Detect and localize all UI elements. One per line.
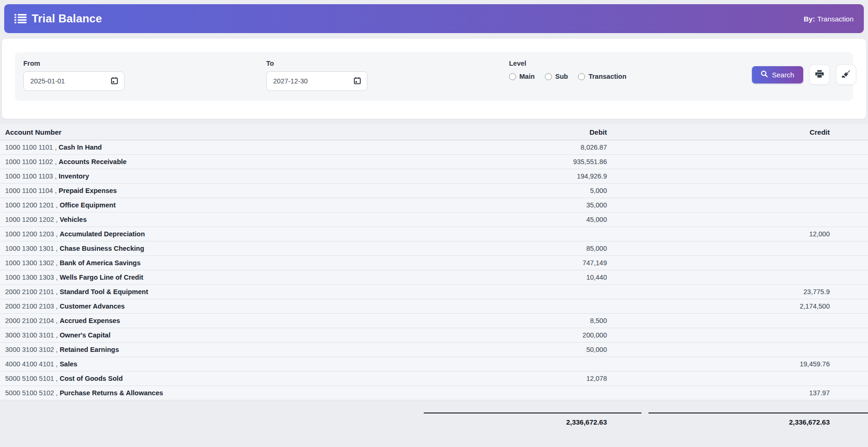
table-row: 1000 1200 1201 , Office Equipment35,000 bbox=[0, 198, 868, 212]
level-group: Level MainSubTransaction bbox=[509, 60, 752, 80]
to-date-group: To 2027-12-30 bbox=[266, 60, 509, 91]
trial-balance-report: Account Number Debit Credit 1000 1100 11… bbox=[0, 124, 868, 426]
account-name: Sales bbox=[60, 360, 77, 368]
account-name: Accrued Expenses bbox=[60, 317, 120, 324]
list-icon bbox=[14, 13, 27, 24]
debit-cell: 200,000 bbox=[424, 328, 641, 342]
debit-cell: 8,500 bbox=[424, 313, 641, 328]
debit-cell: 747,149 bbox=[424, 255, 641, 270]
account-name: Accumulated Depreciation bbox=[60, 230, 145, 238]
account-cell: 4000 4100 4101 , Sales bbox=[0, 357, 424, 371]
total-debit: 2,336,672.63 bbox=[424, 413, 641, 426]
level-radio-transaction[interactable]: Transaction bbox=[578, 73, 626, 80]
level-radio-row: MainSubTransaction bbox=[509, 73, 752, 80]
debit-cell bbox=[424, 385, 641, 400]
account-cell: 1000 1200 1203 , Accumulated Depreciatio… bbox=[0, 227, 424, 241]
report-by-value: Transaction bbox=[817, 15, 854, 23]
account-name: Office Equipment bbox=[60, 201, 116, 209]
debit-cell bbox=[424, 284, 641, 299]
account-name: Retained Earnings bbox=[60, 346, 119, 353]
table-row: 1000 1200 1202 , Vehicles45,000 bbox=[0, 212, 868, 227]
to-date-value: 2027-12-30 bbox=[273, 77, 308, 85]
table-row: 3000 3100 3101 , Owner's Capital200,000 bbox=[0, 328, 868, 342]
totals-row: 2,336,672.63 2,336,672.63 bbox=[0, 413, 868, 426]
calendar-icon[interactable] bbox=[354, 77, 361, 86]
radio-label: Transaction bbox=[588, 73, 626, 80]
account-name: Owner's Capital bbox=[60, 331, 110, 339]
table-body: 1000 1100 1101 , Cash In Hand8,026.87100… bbox=[0, 140, 868, 400]
table-row: 2000 2100 2103 , Customer Advances2,174,… bbox=[0, 299, 868, 313]
account-name: Vehicles bbox=[60, 216, 87, 223]
account-cell: 5000 5100 5102 , Purchase Returns & Allo… bbox=[0, 385, 424, 400]
search-button-label: Search bbox=[772, 71, 794, 79]
printer-icon bbox=[815, 70, 824, 79]
radio-label: Sub bbox=[555, 73, 568, 80]
table-row: 2000 2100 2104 , Accrued Expenses8,500 bbox=[0, 313, 868, 328]
from-label: From bbox=[23, 60, 266, 67]
to-date-input[interactable]: 2027-12-30 bbox=[266, 71, 367, 91]
debit-cell bbox=[424, 357, 641, 371]
debit-cell bbox=[424, 299, 641, 313]
account-cell: 2000 2100 2104 , Accrued Expenses bbox=[0, 313, 424, 328]
table-row: 2000 2100 2101 , Standard Tool & Equipme… bbox=[0, 284, 868, 299]
radio-label: Main bbox=[519, 73, 535, 80]
account-name: Prepaid Expenses bbox=[59, 187, 117, 194]
column-header-account: Account Number bbox=[0, 124, 424, 140]
filter-panel: From 2025-01-01 To 2027-12-30 bbox=[15, 52, 853, 101]
debit-cell: 8,026.87 bbox=[424, 140, 641, 154]
radio-circle[interactable] bbox=[578, 73, 585, 80]
filter-card: From 2025-01-01 To 2027-12-30 bbox=[2, 39, 866, 119]
debit-cell: 10,440 bbox=[424, 270, 641, 284]
table-row: 5000 5100 5102 , Purchase Returns & Allo… bbox=[0, 385, 868, 400]
account-name: Wells Fargo Line of Credit bbox=[60, 274, 143, 281]
account-cell: 1000 1100 1101 , Cash In Hand bbox=[0, 140, 424, 154]
print-button[interactable] bbox=[809, 64, 830, 85]
from-date-group: From 2025-01-01 bbox=[23, 60, 266, 91]
debit-cell: 12,078 bbox=[424, 371, 641, 385]
account-cell: 1000 1300 1302 , Bank of America Savings bbox=[0, 255, 424, 270]
credit-cell bbox=[641, 183, 868, 198]
debit-cell: 5,000 bbox=[424, 183, 641, 198]
credit-cell bbox=[641, 212, 868, 227]
search-button[interactable]: Search bbox=[752, 66, 803, 83]
table-row: 3000 3100 3102 , Retained Earnings50,000 bbox=[0, 342, 868, 357]
account-name: Inventory bbox=[59, 172, 89, 180]
debit-cell: 935,551.86 bbox=[424, 154, 641, 169]
report-by-label: By: bbox=[804, 15, 815, 23]
table-row: 1000 1300 1302 , Bank of America Savings… bbox=[0, 255, 868, 270]
column-header-credit: Credit bbox=[641, 124, 868, 140]
level-radio-main[interactable]: Main bbox=[509, 73, 535, 80]
account-name: Bank of America Savings bbox=[60, 259, 141, 267]
level-radio-sub[interactable]: Sub bbox=[545, 73, 568, 80]
table-row: 1000 1100 1104 , Prepaid Expenses5,000 bbox=[0, 183, 868, 198]
debit-cell bbox=[424, 227, 641, 241]
account-cell: 1000 1100 1102 , Accounts Receivable bbox=[0, 154, 424, 169]
account-cell: 5000 5100 5101 , Cost of Goods Sold bbox=[0, 371, 424, 385]
credit-cell bbox=[641, 328, 868, 342]
calendar-icon[interactable] bbox=[111, 77, 118, 86]
radio-circle[interactable] bbox=[509, 73, 516, 80]
trial-balance-table: Account Number Debit Credit 1000 1100 11… bbox=[0, 124, 868, 400]
column-header-debit: Debit bbox=[424, 124, 641, 140]
filter-actions: Search bbox=[752, 64, 856, 85]
to-label: To bbox=[266, 60, 509, 67]
debit-cell: 45,000 bbox=[424, 212, 641, 227]
account-name: Accounts Receivable bbox=[59, 158, 127, 165]
level-label: Level bbox=[509, 60, 752, 67]
table-header-row: Account Number Debit Credit bbox=[0, 124, 868, 140]
table-row: 1000 1100 1103 , Inventory194,926.9 bbox=[0, 169, 868, 183]
radio-circle[interactable] bbox=[545, 73, 552, 80]
export-button[interactable] bbox=[836, 64, 856, 85]
page-title: Trial Balance bbox=[32, 12, 102, 25]
account-cell: 3000 3100 3102 , Retained Earnings bbox=[0, 342, 424, 357]
credit-cell: 2,174,500 bbox=[641, 299, 868, 313]
account-cell: 1000 1200 1202 , Vehicles bbox=[0, 212, 424, 227]
table-row: 1000 1100 1102 , Accounts Receivable935,… bbox=[0, 154, 868, 169]
from-date-input[interactable]: 2025-01-01 bbox=[23, 71, 124, 91]
credit-cell bbox=[641, 313, 868, 328]
page-header: Trial Balance By:Transaction bbox=[4, 4, 864, 33]
search-icon bbox=[761, 70, 768, 79]
total-credit: 2,336,672.63 bbox=[648, 413, 868, 426]
account-cell: 2000 2100 2101 , Standard Tool & Equipme… bbox=[0, 284, 424, 299]
account-cell: 1000 1300 1303 , Wells Fargo Line of Cre… bbox=[0, 270, 424, 284]
